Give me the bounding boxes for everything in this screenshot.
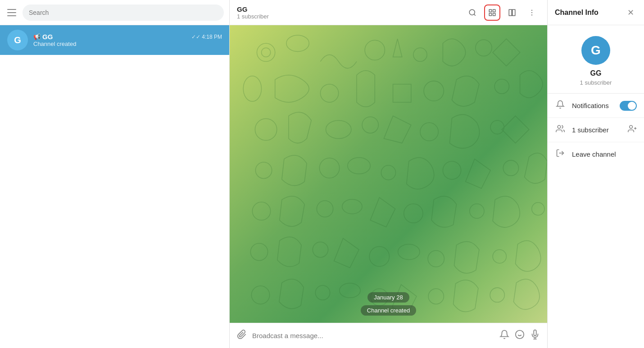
more-button[interactable] bbox=[524, 5, 540, 21]
svg-point-43 bbox=[493, 250, 506, 263]
svg-point-20 bbox=[494, 79, 509, 94]
svg-line-1 bbox=[474, 14, 475, 15]
mic-icon[interactable] bbox=[530, 330, 540, 342]
svg-point-33 bbox=[317, 201, 333, 217]
bg-pattern bbox=[230, 25, 547, 325]
leave-channel-item[interactable]: Leave channel bbox=[548, 142, 644, 166]
svg-point-19 bbox=[424, 81, 444, 101]
svg-point-25 bbox=[490, 120, 504, 134]
svg-point-9 bbox=[531, 12, 532, 13]
notification-bell-icon[interactable] bbox=[499, 330, 509, 342]
stories-button[interactable] bbox=[484, 5, 500, 21]
svg-rect-3 bbox=[493, 9, 495, 12]
app-layout: G 📢 GG ✓✓ 4:18 PM Channel created bbox=[0, 0, 644, 348]
menu-icon[interactable] bbox=[5, 6, 18, 19]
notifications-toggle[interactable] bbox=[620, 101, 637, 111]
leave-icon bbox=[555, 149, 566, 160]
chat-header: GG 1 subscriber bbox=[230, 0, 547, 25]
svg-point-55 bbox=[558, 126, 561, 129]
svg-point-56 bbox=[630, 126, 633, 129]
date-badge: January 28 bbox=[367, 292, 409, 303]
channel-speaker-icon: 📢 bbox=[33, 33, 41, 40]
svg-rect-6 bbox=[509, 9, 512, 16]
chat-background: January 28 Channel created bbox=[230, 25, 547, 348]
svg-point-42 bbox=[428, 251, 444, 267]
search-input[interactable] bbox=[23, 5, 224, 21]
svg-point-39 bbox=[313, 242, 328, 257]
svg-point-35 bbox=[404, 204, 423, 223]
svg-rect-5 bbox=[493, 13, 495, 15]
panel-channel-name: GG bbox=[590, 69, 602, 77]
svg-point-27 bbox=[319, 158, 339, 178]
svg-point-29 bbox=[381, 165, 395, 180]
svg-rect-4 bbox=[489, 13, 491, 15]
svg-point-38 bbox=[250, 243, 268, 260]
svg-point-41 bbox=[398, 244, 420, 259]
subscribers-item[interactable]: 1 subscriber bbox=[548, 118, 644, 142]
notifications-label: Notifications bbox=[572, 102, 613, 109]
chat-item-preview: Channel created bbox=[33, 41, 222, 47]
svg-point-26 bbox=[255, 162, 272, 178]
svg-point-36 bbox=[470, 204, 484, 218]
checkmarks-icon: ✓✓ bbox=[191, 34, 200, 40]
chat-item-content: 📢 GG ✓✓ 4:18 PM Channel created bbox=[33, 33, 222, 47]
message-input[interactable] bbox=[252, 332, 494, 339]
svg-point-40 bbox=[369, 246, 389, 266]
svg-point-15 bbox=[413, 48, 427, 61]
svg-point-28 bbox=[348, 158, 370, 174]
svg-point-21 bbox=[255, 118, 277, 140]
svg-point-50 bbox=[516, 330, 524, 339]
sidebar-header bbox=[0, 0, 229, 25]
chat-input-bar bbox=[230, 323, 547, 348]
chat-subscriber-count: 1 subscriber bbox=[237, 13, 464, 20]
svg-point-24 bbox=[420, 123, 438, 141]
chat-list-item[interactable]: G 📢 GG ✓✓ 4:18 PM Channel created bbox=[0, 25, 229, 55]
svg-point-10 bbox=[531, 14, 532, 15]
columns-button[interactable] bbox=[504, 5, 520, 21]
panel-title: Channel Info bbox=[555, 9, 599, 17]
panel-header: Channel Info ✕ bbox=[548, 0, 644, 25]
sidebar: G 📢 GG ✓✓ 4:18 PM Channel created bbox=[0, 0, 230, 348]
chat-header-actions bbox=[464, 5, 540, 21]
attach-icon[interactable] bbox=[237, 330, 247, 342]
notifications-item[interactable]: Notifications bbox=[548, 94, 644, 118]
svg-point-17 bbox=[243, 76, 261, 101]
chat-item-top: 📢 GG ✓✓ 4:18 PM bbox=[33, 33, 222, 41]
svg-point-30 bbox=[443, 161, 461, 179]
channel-info-panel: Channel Info ✕ G GG 1 subscriber Notific… bbox=[547, 0, 644, 348]
panel-avatar: G bbox=[581, 36, 610, 65]
svg-point-23 bbox=[362, 117, 378, 133]
svg-point-12 bbox=[262, 48, 271, 57]
svg-point-22 bbox=[326, 120, 351, 138]
chat-messages: January 28 Channel created bbox=[230, 287, 547, 321]
svg-point-8 bbox=[531, 9, 532, 10]
svg-point-32 bbox=[252, 202, 270, 220]
panel-profile: G GG 1 subscriber bbox=[548, 25, 644, 94]
svg-point-14 bbox=[365, 40, 385, 60]
chat-item-name: 📢 GG bbox=[33, 33, 53, 41]
chat-header-info: GG 1 subscriber bbox=[237, 5, 464, 20]
svg-point-16 bbox=[476, 40, 492, 56]
close-panel-button[interactable]: ✕ bbox=[624, 6, 637, 19]
svg-point-34 bbox=[342, 199, 362, 214]
svg-point-18 bbox=[320, 84, 338, 102]
panel-subscriber-label: 1 subscriber bbox=[580, 79, 612, 86]
subscribers-count: 1 subscriber bbox=[572, 126, 621, 134]
people-icon bbox=[555, 124, 566, 136]
leave-label: Leave channel bbox=[572, 150, 616, 158]
bell-icon bbox=[555, 100, 566, 111]
add-member-icon[interactable] bbox=[628, 124, 637, 136]
svg-point-13 bbox=[286, 35, 309, 51]
search-button[interactable] bbox=[464, 5, 481, 21]
system-message: Channel created bbox=[361, 305, 416, 316]
svg-point-0 bbox=[469, 9, 475, 15]
chat-item-time: ✓✓ 4:18 PM bbox=[191, 34, 222, 40]
svg-rect-7 bbox=[512, 9, 515, 16]
emoji-icon[interactable] bbox=[515, 330, 525, 342]
svg-point-37 bbox=[532, 203, 544, 215]
svg-point-11 bbox=[257, 43, 275, 61]
svg-rect-2 bbox=[489, 9, 491, 12]
svg-point-31 bbox=[503, 160, 518, 176]
chat-name: GG bbox=[237, 5, 464, 13]
avatar: G bbox=[7, 30, 28, 50]
